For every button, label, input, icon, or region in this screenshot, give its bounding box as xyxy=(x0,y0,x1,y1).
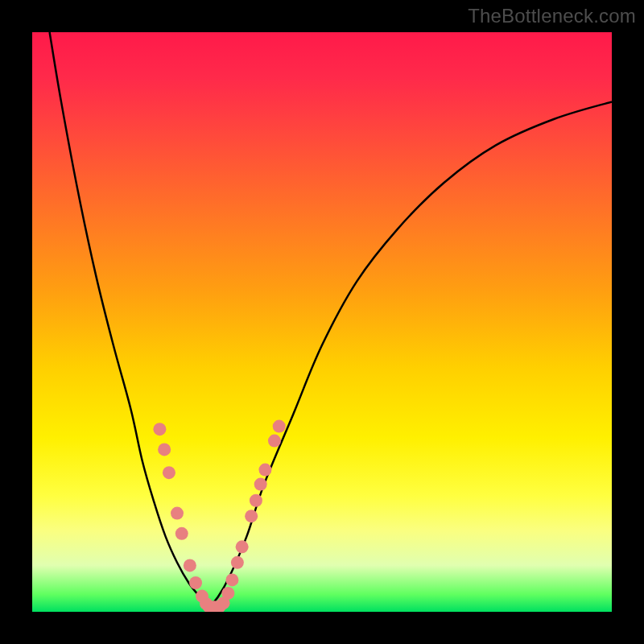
marker-point xyxy=(268,435,281,448)
marker-point xyxy=(153,423,166,436)
marker-point xyxy=(273,420,286,433)
marker-point xyxy=(171,507,184,520)
marker-point xyxy=(158,443,171,456)
marker-point xyxy=(254,478,267,491)
marker-point xyxy=(250,494,262,507)
curve-left-curve xyxy=(50,32,209,607)
marker-point xyxy=(189,576,202,589)
marker-group xyxy=(153,420,285,612)
marker-point xyxy=(231,556,244,569)
chart-container: TheBottleneck.com xyxy=(0,0,644,644)
marker-point xyxy=(163,466,175,479)
watermark-text: TheBottleneck.com xyxy=(468,5,636,27)
marker-point xyxy=(184,559,196,572)
marker-point xyxy=(225,573,238,586)
marker-point xyxy=(175,527,188,540)
curve-right-curve xyxy=(209,101,612,607)
marker-point xyxy=(221,587,234,600)
plot-area xyxy=(32,32,612,612)
chart-svg xyxy=(32,32,612,612)
curve-group xyxy=(50,32,612,607)
marker-point xyxy=(245,510,258,522)
marker-point xyxy=(236,540,249,553)
marker-point xyxy=(258,464,271,477)
